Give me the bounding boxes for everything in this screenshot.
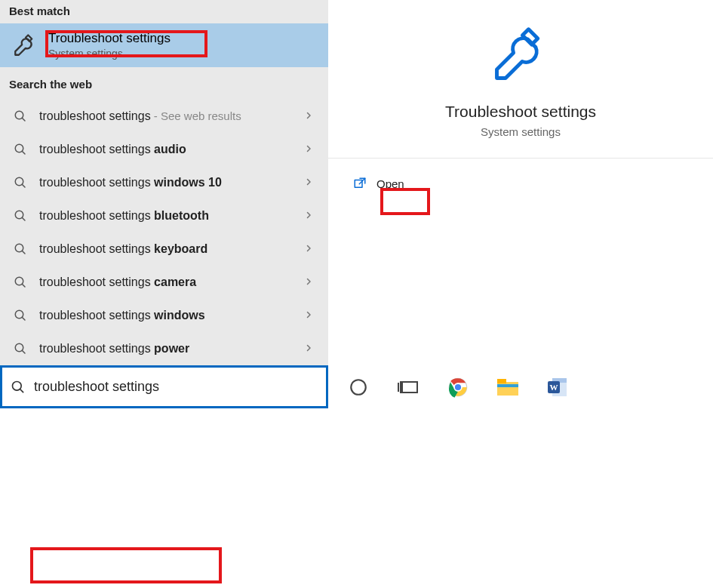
web-result-label: troubleshoot settings windows 10: [39, 176, 222, 189]
best-match-header: Best match: [0, 0, 328, 23]
svg-rect-16: [355, 180, 362, 188]
search-icon: [11, 176, 30, 189]
search-web-header: Search the web: [0, 67, 328, 97]
web-result-label: troubleshoot settings power: [39, 342, 189, 356]
svg-rect-21: [402, 382, 417, 393]
web-result-item[interactable]: troubleshoot settings - See web results: [0, 100, 328, 133]
web-result-item[interactable]: troubleshoot settings camera: [0, 266, 328, 299]
best-match-title: Troubleshoot settings: [48, 31, 171, 46]
open-icon: [352, 177, 367, 190]
search-icon: [11, 143, 30, 156]
search-icon: [2, 380, 34, 395]
web-result-label: troubleshoot settings windows: [39, 309, 205, 322]
svg-line-15: [22, 350, 25, 353]
file-explorer-app-icon[interactable]: [494, 374, 521, 401]
svg-line-11: [22, 284, 25, 287]
search-icon: [11, 242, 30, 256]
web-result-label: troubleshoot settings audio: [39, 143, 186, 156]
search-icon: [11, 342, 30, 356]
web-result-label: troubleshoot settings - See web results: [39, 109, 241, 123]
taskbar-search[interactable]: [0, 365, 328, 408]
highlight-box: [30, 547, 222, 583]
svg-line-1: [22, 118, 25, 121]
word-app-icon[interactable]: W: [544, 374, 571, 401]
svg-line-9: [22, 251, 25, 254]
task-view-button[interactable]: [395, 374, 422, 401]
svg-rect-26: [497, 382, 518, 396]
best-match-result[interactable]: Troubleshoot settings System settings: [0, 23, 328, 67]
search-icon: [11, 209, 30, 223]
web-results-list: troubleshoot settings - See web resultst…: [0, 97, 328, 365]
svg-point-25: [454, 383, 462, 391]
search-results-panel: Best match Troubleshoot settings System …: [0, 0, 328, 365]
web-result-item[interactable]: troubleshoot settings audio: [0, 133, 328, 166]
chrome-app-icon[interactable]: [444, 374, 472, 401]
chevron-right-icon: [304, 276, 318, 288]
svg-rect-28: [497, 384, 518, 387]
web-result-item[interactable]: troubleshoot settings windows: [0, 299, 328, 332]
open-action[interactable]: Open: [349, 172, 692, 195]
web-result-label: troubleshoot settings camera: [39, 276, 196, 289]
chevron-right-icon: [304, 210, 318, 222]
svg-line-13: [22, 317, 25, 320]
wrench-icon: [11, 32, 39, 58]
chevron-right-icon: [304, 343, 318, 355]
taskbar: W: [0, 365, 713, 408]
chevron-right-icon: [304, 143, 318, 155]
web-result-label: troubleshoot settings keyboard: [39, 242, 207, 256]
svg-text:W: W: [550, 383, 558, 392]
web-result-item[interactable]: troubleshoot settings bluetooth: [0, 199, 328, 232]
chevron-right-icon: [304, 243, 318, 255]
cortana-button[interactable]: [345, 374, 372, 401]
svg-line-3: [22, 151, 25, 154]
chevron-right-icon: [304, 309, 318, 322]
search-input[interactable]: [34, 368, 326, 406]
svg-line-19: [20, 389, 23, 392]
open-label: Open: [376, 177, 404, 190]
wrench-icon: [489, 23, 552, 89]
svg-rect-27: [497, 379, 506, 383]
web-result-label: troubleshoot settings bluetooth: [39, 209, 209, 223]
chevron-right-icon: [304, 110, 318, 122]
svg-line-7: [22, 217, 25, 220]
web-result-item[interactable]: troubleshoot settings windows 10: [0, 166, 328, 199]
best-match-subtitle: System settings: [48, 48, 171, 60]
web-result-item[interactable]: troubleshoot settings power: [0, 332, 328, 365]
search-icon: [11, 109, 30, 123]
preview-subtitle: System settings: [481, 125, 561, 138]
preview-title: Troubleshoot settings: [445, 103, 596, 121]
search-icon: [11, 276, 30, 289]
svg-line-5: [22, 184, 25, 187]
svg-point-20: [351, 380, 366, 395]
search-icon: [11, 309, 30, 322]
preview-panel: Troubleshoot settings System settings Op…: [328, 0, 713, 365]
web-result-item[interactable]: troubleshoot settings keyboard: [0, 232, 328, 266]
chevron-right-icon: [304, 177, 318, 189]
